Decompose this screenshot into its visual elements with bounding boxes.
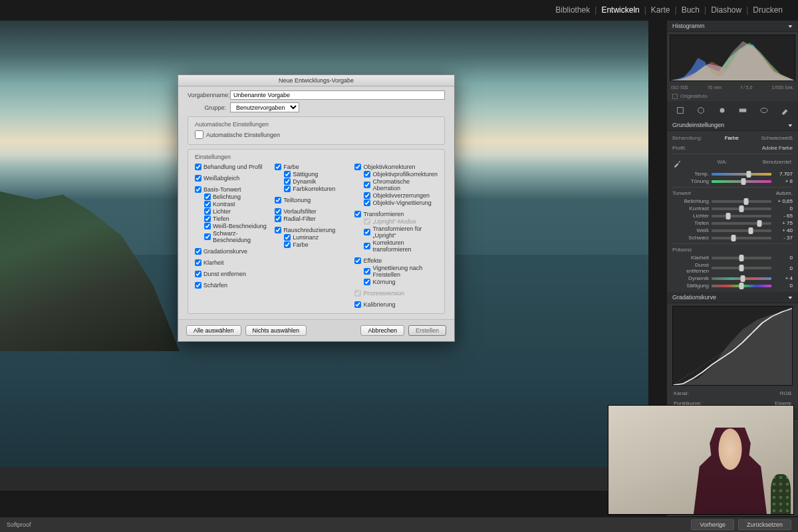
slider-Kontrast[interactable]: Kontrast0 bbox=[672, 205, 793, 212]
collapse-icon: ▼ bbox=[787, 123, 794, 128]
slider-Klarheit[interactable]: Klarheit0 bbox=[672, 254, 793, 261]
slider-Schwarz[interactable]: Schwarz- 37 bbox=[672, 234, 793, 241]
svg-rect-3 bbox=[739, 108, 747, 112]
preset-opt-farbe[interactable]: Farbe bbox=[275, 163, 348, 170]
preset-opt-objektiv-vignettierung[interactable]: Objektiv-Vignettierung bbox=[354, 199, 438, 206]
status-bar: Softproof Vorherige Zurücksetzen bbox=[0, 517, 798, 532]
preset-name-input[interactable] bbox=[230, 90, 445, 100]
basic-header[interactable]: Grundeinstellungen▼ bbox=[667, 120, 798, 131]
preset-opt-klarheit[interactable]: Klarheit bbox=[195, 259, 268, 266]
preset-opt-schwarz-beschneidung[interactable]: Schwarz-Beschneidung bbox=[195, 229, 268, 243]
preset-opt-weißabgleich[interactable]: Weißabgleich bbox=[195, 174, 268, 182]
original-photo-toggle[interactable]: Originalfoto bbox=[667, 91, 798, 101]
svg-rect-0 bbox=[677, 108, 683, 114]
new-preset-dialog: Neue Entwicklungs-Vorgabe Vorgabenname: … bbox=[178, 74, 455, 342]
nav-diashow[interactable]: Diashow bbox=[708, 5, 745, 15]
select-all-button[interactable]: Alle auswählen bbox=[186, 325, 241, 336]
collapse-icon: ▼ bbox=[787, 24, 794, 29]
preset-opt-behandlung-und-profil[interactable]: Behandlung und Profil bbox=[195, 163, 268, 170]
channel-value[interactable]: RGB bbox=[780, 390, 791, 396]
eyedropper-icon[interactable] bbox=[672, 159, 682, 168]
cancel-button[interactable]: Abbrechen bbox=[360, 325, 404, 336]
treatment-color[interactable]: Farbe bbox=[725, 135, 739, 141]
preset-opt-gradationskurve[interactable]: Gradationskurve bbox=[195, 247, 268, 255]
preset-opt-farbkorrekturen[interactable]: Farbkorrekturen bbox=[275, 185, 348, 192]
preset-opt-lichter[interactable]: Lichter bbox=[195, 207, 268, 215]
auto-tone-button[interactable]: Autom. bbox=[776, 190, 793, 196]
dialog-title: Neue Entwicklungs-Vorgabe bbox=[178, 75, 454, 86]
create-button[interactable]: Erstellen bbox=[408, 325, 446, 336]
slider-Temp.[interactable]: Temp.7.707 bbox=[672, 170, 793, 178]
radial-tool-icon[interactable] bbox=[758, 104, 770, 116]
preset-opt-sättigung[interactable]: Sättigung bbox=[275, 170, 348, 178]
preset-opt-farbe[interactable]: Farbe bbox=[275, 241, 348, 248]
preset-opt-transformieren[interactable]: Transformieren bbox=[354, 210, 438, 217]
softproof-toggle[interactable]: Softproof bbox=[7, 521, 31, 528]
spot-tool-icon[interactable] bbox=[695, 104, 707, 116]
brush-tool-icon[interactable] bbox=[779, 104, 791, 116]
slider-Tönung[interactable]: Tönung+ 8 bbox=[672, 178, 793, 185]
preset-opt-objektivkorrekturen[interactable]: Objektivkorrekturen bbox=[354, 163, 438, 170]
collapse-icon: ▼ bbox=[787, 295, 794, 300]
preset-opt-transformieren-für-„upright“[interactable]: Transformieren für „Upright“ bbox=[354, 225, 438, 239]
nav-karte[interactable]: Karte bbox=[648, 5, 674, 15]
preset-opt-verlaufsfilter[interactable]: Verlaufsfilter bbox=[275, 207, 348, 215]
preset-opt-basis-tonwert[interactable]: Basis-Tonwert bbox=[195, 186, 268, 193]
histogram-title: Histogramm bbox=[672, 23, 705, 29]
preset-opt-kalibrierung[interactable]: Kalibrierung bbox=[354, 301, 438, 308]
slider-Sättigung[interactable]: Sättigung0 bbox=[672, 282, 793, 289]
preset-opt-körnung[interactable]: Körnung bbox=[354, 278, 438, 285]
wb-value[interactable]: Benutzerdef. bbox=[763, 159, 793, 168]
profile-value[interactable]: Adobe Farbe bbox=[762, 145, 793, 151]
preset-opt-korrekturen-transformieren[interactable]: Korrekturen transformieren bbox=[354, 239, 438, 253]
nav-bibliothek[interactable]: Bibliothek bbox=[552, 5, 593, 15]
preset-opt-kontrast[interactable]: Kontrast bbox=[195, 200, 268, 207]
select-none-button[interactable]: Nichts auswählen bbox=[245, 325, 307, 336]
auto-settings-checkbox[interactable]: Automatische Einstellungen bbox=[195, 130, 438, 139]
redeye-tool-icon[interactable] bbox=[716, 104, 728, 116]
slider-Belichtung[interactable]: Belichtung+ 0,65 bbox=[672, 198, 793, 205]
svg-point-2 bbox=[720, 108, 724, 113]
histogram[interactable] bbox=[670, 35, 795, 81]
slider-Weiß[interactable]: Weiß+ 40 bbox=[672, 227, 793, 234]
preset-opt-chromatische-aberration[interactable]: Chromatische Aberration bbox=[354, 178, 438, 192]
preset-opt-schärfen[interactable]: Schärfen bbox=[195, 281, 268, 289]
preset-opt-teiltonung[interactable]: Teiltonung bbox=[275, 196, 348, 203]
preset-opt-objektivprofilkorrekturen[interactable]: Objektivprofilkorrekturen bbox=[354, 170, 438, 178]
slider-Dunst entfernen[interactable]: Dunst entfernen0 bbox=[672, 261, 793, 275]
preset-opt-luminanz[interactable]: Luminanz bbox=[275, 233, 348, 241]
previous-button[interactable]: Vorherige bbox=[691, 519, 734, 530]
module-nav: Bibliothek|Entwickeln|Karte|Buch|Diashow… bbox=[552, 0, 798, 20]
nav-drucken[interactable]: Drucken bbox=[749, 5, 786, 15]
slider-Lichter[interactable]: Lichter- 65 bbox=[672, 212, 793, 219]
preset-opt-rauschreduzierung[interactable]: Rauschreduzierung bbox=[275, 226, 348, 233]
crop-tool-icon[interactable] bbox=[674, 104, 686, 116]
slider-Tiefen[interactable]: Tiefen+ 75 bbox=[672, 219, 793, 227]
preset-group-select[interactable]: Benutzervorgaben bbox=[230, 102, 299, 112]
preset-opt-radial-filter[interactable]: Radial-Filter bbox=[275, 215, 348, 222]
filmstrip-area bbox=[0, 491, 648, 517]
preset-opt-dynamik[interactable]: Dynamik bbox=[275, 178, 348, 185]
preset-opt-belichtung[interactable]: Belichtung bbox=[195, 193, 268, 200]
profile-label: Profil: bbox=[672, 145, 686, 151]
preset-opt-effekte[interactable]: Effekte bbox=[354, 257, 438, 264]
histogram-header[interactable]: Histogramm ▼ bbox=[667, 21, 798, 32]
tone-curve[interactable] bbox=[672, 306, 793, 386]
channel-label: Kanal: bbox=[674, 390, 689, 396]
preset-opt-vignettierung-nach-freistellen[interactable]: Vignettierung nach Freistellen bbox=[354, 264, 438, 278]
preset-opt-objektivverzerrungen[interactable]: Objektivverzerrungen bbox=[354, 192, 438, 199]
preset-opt-dunst-entfernen[interactable]: Dunst entfernen bbox=[195, 270, 268, 277]
reset-button[interactable]: Zurücksetzen bbox=[738, 519, 791, 530]
nav-entwickeln[interactable]: Entwickeln bbox=[598, 5, 642, 15]
nav-buch[interactable]: Buch bbox=[678, 5, 703, 15]
slider-Dynamik[interactable]: Dynamik+ 4 bbox=[672, 275, 793, 282]
svg-point-4 bbox=[761, 108, 768, 113]
basic-panel-body: Behandlung: Farbe Schwarzweiß Profil: Ad… bbox=[667, 131, 798, 292]
dialog-footer: Alle auswählen Nichts auswählen Abbreche… bbox=[178, 319, 454, 341]
preset-opt-weiß-beschneidung[interactable]: Weiß-Beschneidung bbox=[195, 222, 268, 229]
gradient-tool-icon[interactable] bbox=[737, 104, 749, 116]
tonecurve-header[interactable]: Gradationskurve▼ bbox=[667, 292, 798, 303]
preset-opt-tiefen[interactable]: Tiefen bbox=[195, 215, 268, 222]
histogram-meta: ISO 50070 mmf / 5,61/500 Sek. bbox=[667, 84, 798, 91]
treatment-bw[interactable]: Schwarzweiß bbox=[761, 135, 793, 141]
